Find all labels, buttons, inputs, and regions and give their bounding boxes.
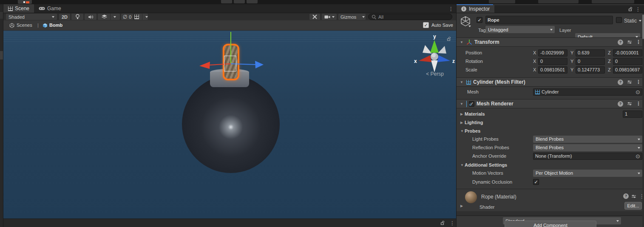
account-button-cropped[interactable] <box>18 0 32 4</box>
bottom-kebab-icon[interactable]: ⋮ <box>450 221 455 226</box>
lock-icon[interactable] <box>440 221 445 226</box>
motion-vectors-dropdown[interactable]: Per Object Motion <box>533 170 642 177</box>
scene-search-input[interactable]: All <box>368 14 452 20</box>
toolbar-button-cropped[interactable] <box>489 0 515 3</box>
scale-z-field[interactable]: 0.09810697 <box>613 66 642 74</box>
foldout-icon[interactable]: ▼ <box>460 163 465 167</box>
position-z-value: -0.0010001 <box>615 50 639 55</box>
shading-mode-dropdown[interactable]: Shaded <box>6 14 57 20</box>
object-picker-icon[interactable]: ⊙ <box>635 153 640 159</box>
mesh-renderer-header[interactable]: ▼ ✓ Mesh Renderer ? ⋮ <box>457 99 644 108</box>
play-button-cropped[interactable] <box>221 0 232 3</box>
static-chevron-icon[interactable] <box>639 20 641 22</box>
presets-icon[interactable] <box>627 40 632 44</box>
foldout-icon[interactable]: ▶ <box>460 112 465 116</box>
additional-settings-label: Additional Settings <box>465 162 507 167</box>
help-icon[interactable]: ? <box>623 193 629 199</box>
step-button-cropped[interactable] <box>247 0 258 3</box>
add-component-button[interactable]: Add Component <box>505 221 596 227</box>
position-x-field[interactable]: -0.0029999 <box>538 49 567 57</box>
anchor-override-field[interactable]: None (Transform) ⊙ <box>533 153 642 160</box>
shader-edit-button[interactable]: Edit... <box>624 202 642 210</box>
rotation-x-field[interactable]: 0 <box>538 58 567 65</box>
gizmo-unlock-icon[interactable] <box>446 37 451 42</box>
gizmos-dropdown-button[interactable]: Gizmos <box>338 14 366 20</box>
hidden-objects-button[interactable]: ∅ 0 <box>121 14 133 20</box>
inspector-kebab-icon[interactable]: ⋮ <box>635 7 641 12</box>
scrollbar-thumb[interactable] <box>642 14 644 39</box>
audio-toggle-button[interactable] <box>85 14 96 20</box>
auto-save-checkbox[interactable]: ✓ <box>423 22 429 28</box>
foldout-icon[interactable]: ▼ <box>460 129 465 133</box>
tab-scene[interactable]: Scene <box>3 4 34 13</box>
tools-button[interactable] <box>309 14 320 20</box>
scale-y-field[interactable]: 0.1247773 <box>576 66 605 74</box>
breadcrumb-root[interactable]: Scenes <box>17 23 32 28</box>
rotation-y-field[interactable]: 0 <box>576 58 605 65</box>
probes-label: Probes <box>465 128 480 133</box>
lighting-toggle-button[interactable] <box>71 14 83 20</box>
presets-icon[interactable] <box>631 194 636 199</box>
layers-dropdown-cropped[interactable] <box>538 0 579 3</box>
active-checkbox[interactable]: ✓ <box>477 17 482 23</box>
tab-game-label: Game <box>47 6 61 11</box>
z-axis-cone[interactable] <box>437 55 450 62</box>
y-axis-cone[interactable] <box>430 40 439 53</box>
scene-viewport[interactable]: y x z < Persp <box>3 31 456 218</box>
reflection-probes-dropdown[interactable]: Blend Probes <box>533 144 642 151</box>
effects-dropdown-button[interactable] <box>98 14 120 20</box>
probes-foldout-row[interactable]: ▼ Probes <box>457 127 642 135</box>
axis-down-cone[interactable] <box>431 60 438 72</box>
help-icon[interactable]: ? <box>618 40 623 45</box>
scene-menu-kebab-icon[interactable]: ⋮ <box>448 6 454 11</box>
presets-icon[interactable] <box>627 80 632 84</box>
tab-game[interactable]: Game <box>34 4 66 13</box>
transform-header[interactable]: ▼ Transform ? ⋮ <box>457 37 644 47</box>
material-preview-sphere[interactable] <box>465 191 477 203</box>
foldout-icon[interactable]: ▼ <box>460 40 464 44</box>
kebab-icon[interactable]: ⋮ <box>636 79 641 85</box>
foldout-icon[interactable]: ▼ <box>460 102 464 106</box>
x-axis-cone[interactable] <box>419 55 431 62</box>
object-picker-icon[interactable]: ⊙ <box>635 89 640 95</box>
presets-icon[interactable] <box>627 102 632 106</box>
tag-dropdown[interactable]: Untagged <box>485 26 555 33</box>
position-y-field[interactable]: 0.639 <box>576 49 605 57</box>
axis-back-cone[interactable] <box>438 46 446 54</box>
2d-toggle-button[interactable]: 2D <box>59 14 70 20</box>
material-foldout-icon[interactable]: ▶ <box>460 204 465 208</box>
gizmo-z-arrowhead[interactable] <box>255 61 264 68</box>
breadcrumb-current[interactable]: Bomb <box>49 23 62 28</box>
inspector-lock-icon[interactable] <box>628 7 633 12</box>
additional-settings-foldout-row[interactable]: ▼ Additional Settings <box>457 161 642 169</box>
layout-dropdown-cropped[interactable] <box>592 0 634 3</box>
kebab-icon[interactable]: ⋮ <box>636 101 641 106</box>
tab-inspector[interactable]: i Inspector <box>457 5 494 13</box>
position-z-field[interactable]: -0.0010001 <box>613 49 642 57</box>
materials-count-field[interactable]: 1 <box>623 111 642 118</box>
static-checkbox[interactable]: . <box>616 17 622 23</box>
light-probes-dropdown[interactable]: Blend Probes <box>533 136 642 143</box>
scene-camera-dropdown-button[interactable] <box>322 14 337 20</box>
gameobject-icon-chevron[interactable] <box>468 26 471 27</box>
dynamic-occlusion-row: Dynamic Occlusion ✓ <box>457 178 642 186</box>
kebab-icon[interactable]: ⋮ <box>636 40 641 45</box>
grid-visibility-button[interactable] <box>134 14 148 20</box>
lighting-foldout-row[interactable]: ▶ Lighting <box>457 118 642 127</box>
help-icon[interactable]: ? <box>618 101 623 107</box>
foldout-icon[interactable]: ▼ <box>460 80 464 84</box>
mesh-filter-header[interactable]: ▼ Cylinder (Mesh Filter) ? ⋮ <box>457 77 644 87</box>
inspector-scrollbar[interactable] <box>642 13 644 227</box>
projection-toggle[interactable]: < Persp <box>418 71 452 77</box>
foldout-icon[interactable]: ▶ <box>460 121 465 125</box>
name-field[interactable]: Rope <box>485 16 613 24</box>
help-icon[interactable]: ? <box>618 79 623 85</box>
pause-button-cropped[interactable] <box>234 0 245 3</box>
materials-foldout-row[interactable]: ▶ Materials 1 <box>457 110 642 118</box>
mesh-object-field[interactable]: Cylinder ⊙ <box>533 88 642 96</box>
scale-x-field[interactable]: 0.09810501 <box>538 66 567 74</box>
dynamic-occlusion-checkbox[interactable]: ✓ <box>533 179 539 185</box>
rotation-z-field[interactable]: 0 <box>613 58 642 65</box>
gizmo-center-handle[interactable] <box>224 56 236 71</box>
gizmo-x-arrowhead[interactable] <box>199 62 210 69</box>
